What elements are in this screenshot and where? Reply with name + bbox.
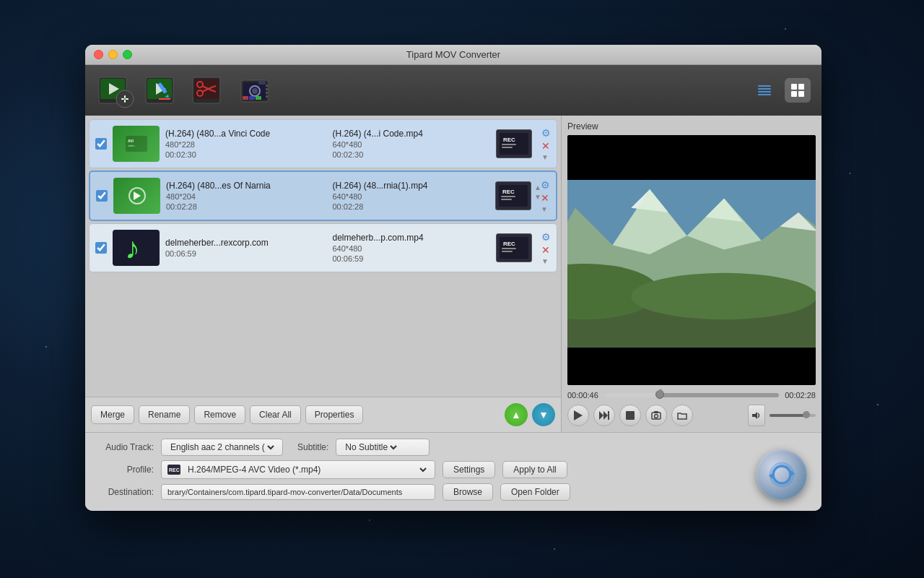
toolbar [85,65,821,116]
screenshot-button[interactable] [645,405,667,426]
output-info: (H.264) (4...i Code.mp4 640*480 00:02:30 [333,129,491,159]
add-video-button[interactable] [96,71,136,111]
settings-icon[interactable]: ⚙ [541,231,551,243]
maximize-button[interactable] [123,50,132,59]
item-actions: ⚙ ✕ ▼ [541,127,551,161]
svg-rect-31 [249,96,255,100]
list-view-button[interactable] [751,78,777,103]
subtitle-dropdown[interactable]: No Subtitle [342,441,399,453]
expand-icon[interactable]: ▼ [541,205,550,213]
settings-bar: Audio Track: English aac 2 channels ( Su… [85,432,821,511]
profile-dropdown[interactable]: H.264/MPEG-4 AVC Video (*.mp4) [185,464,429,475]
svg-text:video: video [128,144,135,147]
close-button[interactable] [94,50,103,59]
svg-rect-46 [502,144,516,145]
svg-rect-52 [501,199,512,200]
subtitle-select[interactable]: No Subtitle [336,439,430,456]
arrow-up-icon[interactable]: ▲ [534,184,541,191]
folder-button[interactable] [671,405,693,426]
fast-forward-button[interactable] [593,405,615,426]
svg-rect-47 [502,147,513,148]
svg-rect-25 [258,81,266,85]
profile-row: Profile: REC H.264/MPEG-4 AVC Video (*.m… [96,460,811,479]
file-list[interactable]: AVI video (H.264) (480...a Vinci Code 48… [85,116,561,397]
destination-row: Destination: brary/Containers/com.tipard… [96,483,811,501]
output-duration: 00:02:28 [333,202,490,211]
audio-track-dropdown[interactable]: English aac 2 channels ( [167,441,276,453]
file-duration: 00:06:59 [165,249,323,258]
move-down-button[interactable]: ▼ [532,403,555,426]
svg-rect-71 [608,411,609,420]
table-row[interactable]: AVI video (H.264) (480...a Vinci Code 48… [89,119,557,168]
subtitle-label: Subtitle: [297,442,328,452]
delete-icon[interactable]: ✕ [541,244,551,256]
svg-rect-26 [266,85,268,87]
item-checkbox[interactable] [96,190,108,202]
browse-button[interactable]: Browse [443,483,493,501]
file-duration: 00:02:30 [165,150,323,159]
file-resolution: 480*228 [165,140,323,149]
audio-track-label: Audio Track: [96,442,154,452]
expand-icon[interactable]: ▼ [541,257,551,265]
clip-button[interactable] [190,71,230,111]
apply-to-all-button[interactable]: Apply to All [502,461,567,478]
delete-icon[interactable]: ✕ [541,140,551,152]
move-up-button[interactable]: ▲ [505,403,528,426]
svg-rect-57 [502,251,513,252]
remove-button[interactable]: Remove [194,405,245,424]
detail-view-button[interactable] [785,78,811,103]
clear-all-button[interactable]: Clear All [250,405,301,424]
current-time: 00:00:46 [567,391,598,400]
svg-rect-29 [266,95,268,98]
settings-button[interactable]: Settings [443,461,495,478]
arrow-down-icon[interactable]: ▼ [534,193,541,201]
output-info: (H.264) (48...rnia(1).mp4 640*480 00:02:… [333,181,490,211]
item-actions: ⚙ ✕ ▼ [541,231,551,265]
timeline-bar[interactable] [604,393,779,397]
delete-icon[interactable]: ✕ [541,192,550,204]
file-duration: 00:02:28 [166,202,323,211]
file-name: delmeherber...rexcorp.com [165,238,323,248]
svg-point-6 [123,98,126,100]
file-thumbnail: AVI video [113,126,160,162]
rename-button[interactable]: Rename [139,405,190,424]
volume-slider[interactable] [770,414,816,417]
output-icon-container: REC [496,129,532,158]
file-name: (H.264) (480...a Vinci Code [165,129,323,139]
table-row[interactable]: ♪ delmeherber...rexcorp.com 00:06:59 del… [89,223,557,272]
preview-panel: Preview [562,116,821,432]
convert-button[interactable] [757,449,807,500]
properties-button[interactable]: Properties [305,405,364,424]
svg-rect-56 [502,248,516,249]
edit-button[interactable] [143,71,183,111]
svg-rect-27 [266,88,268,90]
volume-handle[interactable] [803,411,810,418]
destination-path: brary/Containers/com.tipard.tipard-mov-c… [161,484,435,500]
output-format-icon: REC [496,129,532,158]
merge-button[interactable]: Merge [91,405,134,424]
svg-rect-72 [626,411,635,420]
open-folder-button[interactable]: Open Folder [500,483,570,501]
output-resolution: 640*480 [333,140,491,149]
volume-icon[interactable] [748,405,765,426]
timeline-handle[interactable] [655,390,664,399]
table-row[interactable]: (H.264) (480...es Of Narnia 480*204 00:0… [89,171,557,221]
output-format-icon: REC [495,181,531,210]
item-checkbox[interactable] [95,138,107,150]
svg-rect-32 [256,96,261,100]
profile-select[interactable]: REC H.264/MPEG-4 AVC Video (*.mp4) [161,460,435,479]
snapshot-button[interactable] [237,71,276,111]
item-checkbox[interactable] [95,242,107,254]
minimize-button[interactable] [108,50,118,59]
expand-icon[interactable]: ▼ [541,153,551,161]
svg-rect-51 [501,196,515,197]
play-button[interactable] [567,405,589,426]
svg-marker-76 [752,412,757,419]
audio-track-select[interactable]: English aac 2 channels ( [161,439,283,456]
svg-rect-34 [758,88,771,90]
settings-icon[interactable]: ⚙ [541,179,550,191]
svg-point-67 [631,273,816,319]
settings-icon[interactable]: ⚙ [541,127,551,139]
stop-button[interactable] [619,405,641,426]
landscape-svg [567,180,816,348]
